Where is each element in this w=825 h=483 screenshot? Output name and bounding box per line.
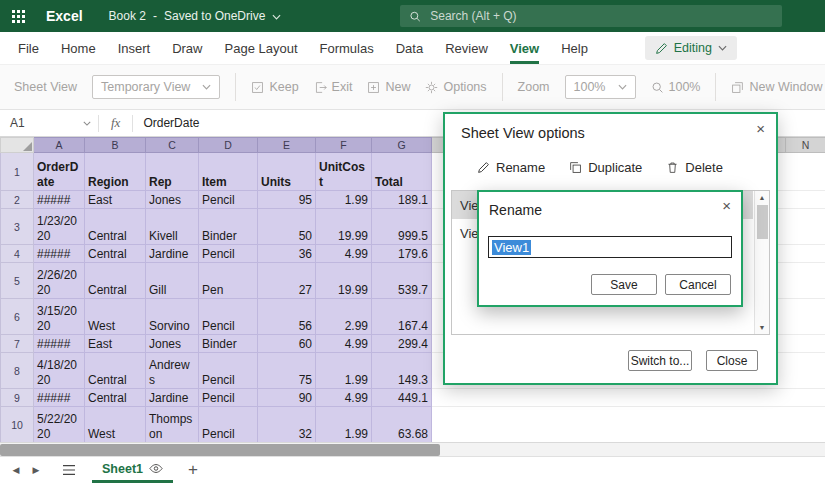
cell[interactable]: 19.99	[316, 209, 372, 245]
row-header[interactable]: 9	[1, 389, 34, 407]
cell[interactable]: Pencil	[199, 191, 258, 209]
zoom-dropdown[interactable]: 100%	[565, 75, 636, 99]
zoom-100-button[interactable]: 100%	[651, 80, 701, 94]
cell[interactable]: Units	[258, 153, 316, 191]
row-header[interactable]: 4	[1, 245, 34, 263]
cell[interactable]: Central	[85, 263, 146, 299]
cell[interactable]: 1/23/2020	[34, 209, 85, 245]
cell[interactable]: Rep	[146, 153, 199, 191]
cell[interactable]: 2/26/2020	[34, 263, 85, 299]
cell[interactable]: Jardine	[146, 245, 199, 263]
cell[interactable]: 4.99	[316, 389, 372, 407]
cell[interactable]: #####	[34, 335, 85, 353]
cell[interactable]: 4.99	[316, 335, 372, 353]
cell[interactable]: 189.1	[372, 191, 432, 209]
cell[interactable]: Kivell	[146, 209, 199, 245]
cell[interactable]: Pencil	[199, 353, 258, 389]
add-sheet-button[interactable]: +	[179, 457, 207, 483]
cell[interactable]: Pen	[199, 263, 258, 299]
cell[interactable]: Region	[85, 153, 146, 191]
editing-mode-button[interactable]: Editing	[645, 36, 737, 60]
column-header[interactable]: A	[34, 138, 85, 153]
search-box[interactable]	[400, 5, 782, 27]
row-header[interactable]: 6	[1, 299, 34, 335]
row-header[interactable]: 1	[1, 153, 34, 191]
tab-data[interactable]: Data	[396, 32, 423, 64]
formula-input[interactable]: OrderDate	[143, 116, 199, 130]
list-scrollbar[interactable]: ▲ ▼	[754, 191, 769, 334]
cell[interactable]: 149.3	[372, 353, 432, 389]
close-icon[interactable]: ×	[722, 198, 731, 213]
scroll-up-icon[interactable]: ▲	[759, 191, 766, 204]
cell[interactable]: Jardine	[146, 389, 199, 407]
cell[interactable]: 19.99	[316, 263, 372, 299]
cell[interactable]: Central	[85, 245, 146, 263]
cell[interactable]: 36	[258, 245, 316, 263]
cell[interactable]: 95	[258, 191, 316, 209]
sheet-view-dropdown[interactable]: Temporary View	[92, 75, 220, 99]
cell[interactable]: East	[85, 335, 146, 353]
cell[interactable]: Central	[85, 209, 146, 245]
cell[interactable]: 60	[258, 335, 316, 353]
save-button[interactable]: Save	[591, 274, 657, 295]
rename-input[interactable]: View1	[488, 236, 732, 258]
cell[interactable]: Gill	[146, 263, 199, 299]
tab-view[interactable]: View	[510, 32, 539, 64]
cell[interactable]: 5/22/2020	[34, 407, 85, 443]
cell[interactable]: Sorvino	[146, 299, 199, 335]
select-all-corner[interactable]	[1, 138, 34, 153]
cell[interactable]: UnitCost	[316, 153, 372, 191]
cell[interactable]: Jones	[146, 335, 199, 353]
tab-help[interactable]: Help	[561, 32, 588, 64]
exit-button[interactable]: Exit	[314, 80, 353, 94]
cell[interactable]: West	[85, 407, 146, 443]
prev-sheet-button[interactable]: ◀	[6, 457, 26, 483]
column-header[interactable]: N	[786, 138, 825, 153]
cell[interactable]: Pencil	[199, 299, 258, 335]
cell[interactable]: #####	[34, 389, 85, 407]
chevron-down-icon[interactable]	[76, 121, 98, 126]
new-window-button[interactable]: New Window	[731, 80, 822, 94]
cell[interactable]: 32	[258, 407, 316, 443]
column-header[interactable]: G	[372, 138, 432, 153]
row-header[interactable]: 2	[1, 191, 34, 209]
cell[interactable]: Andrews	[146, 353, 199, 389]
tab-home[interactable]: Home	[61, 32, 96, 64]
cell[interactable]: 179.6	[372, 245, 432, 263]
scrollbar-thumb[interactable]	[0, 444, 440, 456]
tab-review[interactable]: Review	[445, 32, 488, 64]
cell[interactable]: West	[85, 299, 146, 335]
name-box[interactable]: A1	[0, 116, 76, 130]
document-title[interactable]: Book 2 - Saved to OneDrive	[109, 9, 282, 23]
cell[interactable]: OrderDate	[34, 153, 85, 191]
delete-button[interactable]: Delete	[666, 160, 723, 175]
waffle-menu-button[interactable]	[0, 0, 36, 32]
cell[interactable]: Pencil	[199, 245, 258, 263]
cell[interactable]: Pencil	[199, 407, 258, 443]
cell[interactable]: 449.1	[372, 389, 432, 407]
cancel-button[interactable]: Cancel	[665, 274, 731, 295]
column-header[interactable]: F	[316, 138, 372, 153]
horizontal-scrollbar[interactable]	[0, 442, 825, 456]
cell[interactable]: 299.4	[372, 335, 432, 353]
cell[interactable]: Pencil	[199, 389, 258, 407]
column-header[interactable]: E	[258, 138, 316, 153]
cell[interactable]: 2.99	[316, 299, 372, 335]
close-button[interactable]: Close	[706, 350, 758, 371]
options-button[interactable]: Options	[425, 80, 486, 94]
tab-sheet1[interactable]: Sheet1	[92, 457, 173, 483]
cell[interactable]: 1.99	[316, 191, 372, 209]
cell[interactable]	[432, 407, 825, 443]
rename-button[interactable]: Rename	[477, 160, 545, 175]
next-sheet-button[interactable]: ▶	[26, 457, 46, 483]
search-input[interactable]	[430, 9, 773, 23]
cell[interactable]: 4/18/2020	[34, 353, 85, 389]
column-header[interactable]: D	[199, 138, 258, 153]
close-icon[interactable]: ×	[756, 121, 765, 136]
cell[interactable]: Central	[85, 353, 146, 389]
scrollbar-thumb[interactable]	[757, 205, 768, 239]
cell[interactable]: #####	[34, 191, 85, 209]
cell[interactable]	[432, 389, 825, 407]
cell[interactable]: Binder	[199, 335, 258, 353]
tab-insert[interactable]: Insert	[118, 32, 151, 64]
